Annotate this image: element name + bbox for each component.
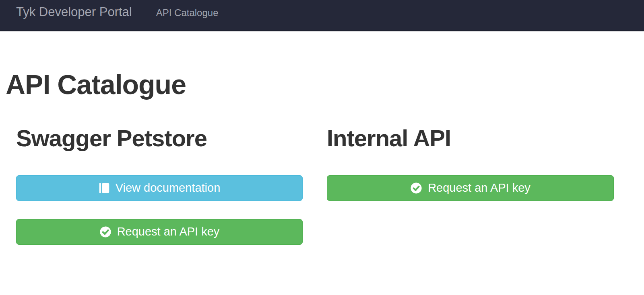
- request-api-key-button[interactable]: Request an API key: [16, 219, 303, 245]
- api-card-title: Internal API: [327, 125, 614, 151]
- top-navbar: Tyk Developer Portal API Catalogue: [0, 0, 644, 31]
- request-api-key-label: Request an API key: [117, 225, 220, 238]
- page-title: API Catalogue: [6, 70, 644, 100]
- request-api-key-label: Request an API key: [428, 181, 530, 195]
- api-card-swagger-petstore: Swagger Petstore View documentation: [16, 125, 303, 245]
- main-content: API Catalogue Swagger Petstore View docu…: [0, 70, 644, 245]
- check-circle-icon: [99, 226, 111, 238]
- api-card-internal-api: Internal API Request an API key: [327, 125, 614, 245]
- api-catalogue-row: Swagger Petstore View documentation: [16, 125, 644, 245]
- book-icon: [99, 182, 110, 194]
- view-documentation-label: View documentation: [116, 181, 221, 195]
- nav-item-api-catalogue[interactable]: API Catalogue: [156, 5, 219, 21]
- check-circle-icon: [410, 182, 422, 194]
- api-card-title: Swagger Petstore: [16, 125, 303, 151]
- view-documentation-button[interactable]: View documentation: [16, 175, 303, 201]
- navbar-brand-link[interactable]: Tyk Developer Portal: [16, 4, 132, 20]
- request-api-key-button[interactable]: Request an API key: [327, 175, 614, 201]
